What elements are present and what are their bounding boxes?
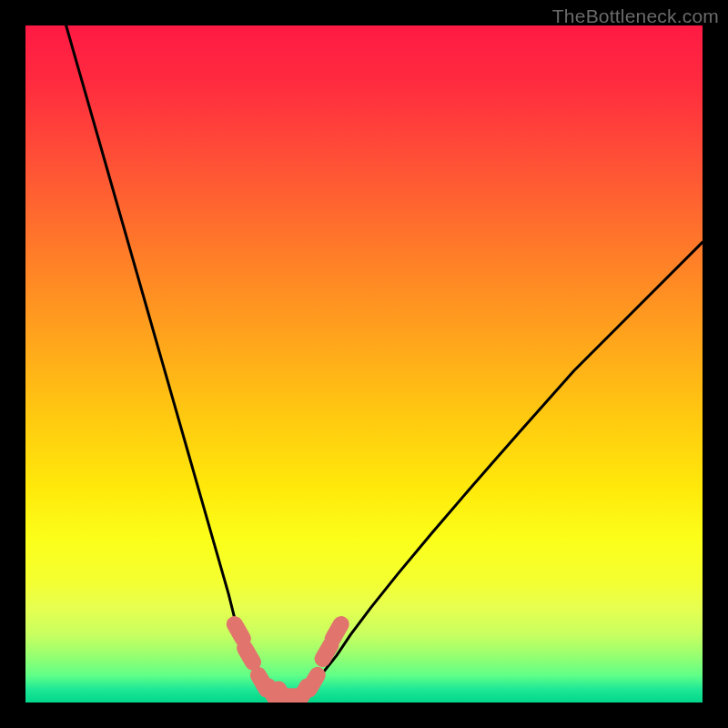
bottleneck-curve-right	[303, 242, 703, 695]
svg-line-1	[245, 648, 253, 662]
curve-marker	[333, 624, 341, 639]
curve-marker	[235, 624, 243, 639]
curve-marker	[245, 648, 253, 662]
curve-marker	[309, 675, 318, 690]
bottleneck-curve-left	[66, 25, 277, 696]
watermark-text: TheBottleneck.com	[552, 5, 719, 27]
svg-line-9	[333, 624, 341, 639]
curve-marker	[323, 644, 331, 659]
chart-frame: TheBottleneck.com	[0, 0, 728, 728]
svg-line-8	[323, 644, 331, 659]
plot-area	[25, 25, 703, 703]
svg-line-7	[309, 675, 318, 690]
chart-svg	[25, 25, 703, 703]
svg-line-0	[235, 624, 243, 639]
